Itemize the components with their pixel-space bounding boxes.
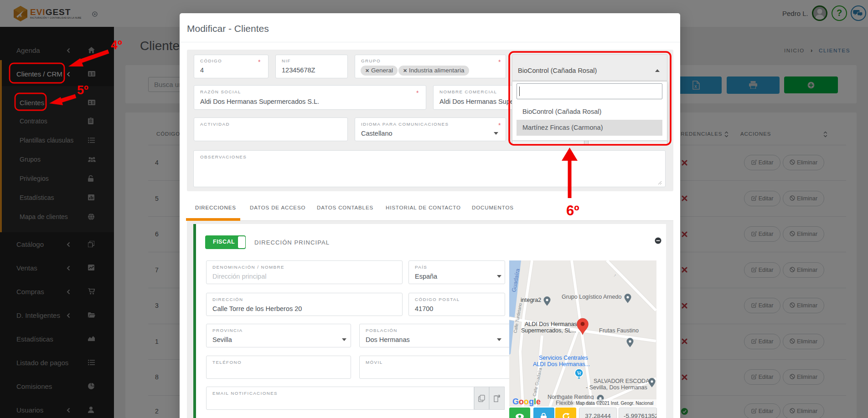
svg-text:Frutas Faustino: Frutas Faustino xyxy=(599,327,639,334)
svg-text:- Sevilla, Dos Hermanas: - Sevilla, Dos Hermanas xyxy=(586,384,647,391)
svg-text:Northgate Renting: Northgate Renting xyxy=(548,394,594,400)
svg-text:Servicios Centrales: Servicios Centrales xyxy=(539,355,588,361)
svg-text:Google: Google xyxy=(512,397,541,406)
svg-text:ALDI Dos Hermanas: ALDI Dos Hermanas xyxy=(525,321,577,327)
svg-text:integra2: integra2 xyxy=(521,297,541,303)
svg-text:Map data ©2021 Inst. Geogr. Na: Map data ©2021 Inst. Geogr. Nacional xyxy=(576,401,653,406)
svg-text:SALVADOR ESCODA: SALVADOR ESCODA xyxy=(594,378,650,384)
svg-text:Grupo Logístico Arnedo: Grupo Logístico Arnedo xyxy=(562,294,621,300)
svg-text:Supermercados, SL...: Supermercados, SL... xyxy=(521,327,576,334)
svg-text:ALDI Dos Hermanas...: ALDI Dos Hermanas... xyxy=(533,361,590,367)
